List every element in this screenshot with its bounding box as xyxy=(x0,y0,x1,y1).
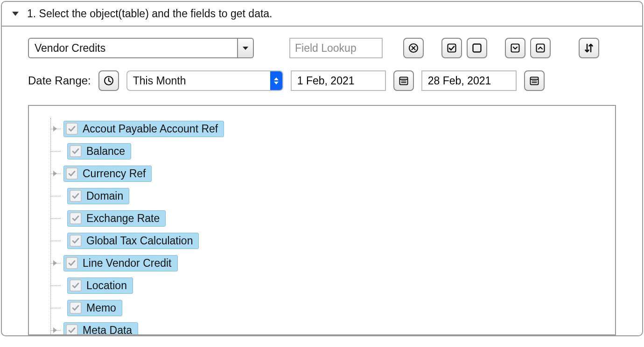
object-select-dropdown-button[interactable] xyxy=(237,38,254,58)
field-chip[interactable]: Balance xyxy=(67,143,131,160)
field-tree-inner: Accout Payable Account RefBalanceCurrenc… xyxy=(40,118,604,335)
tree-node[interactable]: Exchange Rate xyxy=(50,208,604,229)
svg-rect-3 xyxy=(511,44,519,52)
tree-node[interactable]: Domain xyxy=(50,185,604,207)
field-checkbox[interactable] xyxy=(70,190,82,202)
checkmark-icon xyxy=(71,281,80,290)
chevron-up-icon xyxy=(274,77,279,80)
checkmark-icon xyxy=(68,125,76,133)
field-label: Exchange Rate xyxy=(86,212,160,225)
checkmark-icon xyxy=(68,169,76,178)
tree-node[interactable]: Balance xyxy=(50,140,604,162)
calendar-icon xyxy=(399,76,409,86)
field-label: Line Vendor Credit xyxy=(83,257,172,270)
date-range-row: Date Range: This Month xyxy=(28,70,616,91)
tree-node[interactable]: Global Tax Calculation xyxy=(50,230,604,251)
field-checkbox[interactable] xyxy=(66,123,78,135)
sort-button[interactable] xyxy=(579,38,599,58)
field-label: Accout Payable Account Ref xyxy=(83,123,218,135)
field-checkbox[interactable] xyxy=(70,145,82,157)
date-range-label: Date Range: xyxy=(28,74,91,87)
field-chip[interactable]: Domain xyxy=(67,188,129,204)
field-chip[interactable]: Memo xyxy=(67,300,122,316)
field-checkbox[interactable] xyxy=(70,212,82,224)
field-checkbox[interactable] xyxy=(66,167,78,180)
sort-arrows-icon xyxy=(583,42,595,54)
svg-rect-2 xyxy=(473,44,481,52)
checkmark-icon xyxy=(68,326,76,334)
tree-node[interactable]: Memo xyxy=(50,297,604,319)
field-label: Balance xyxy=(86,145,125,158)
checkbox-checked-icon xyxy=(447,43,457,53)
field-chip[interactable]: Location xyxy=(67,278,133,294)
checkbox-empty-icon xyxy=(472,43,482,53)
date-start-input[interactable] xyxy=(291,70,386,91)
date-range-clock-button[interactable] xyxy=(98,70,119,91)
tree-node[interactable]: Meta Data xyxy=(50,319,604,335)
date-preset-select[interactable]: This Month xyxy=(126,70,283,91)
field-label: Memo xyxy=(86,302,116,314)
date-end-picker-button[interactable] xyxy=(524,70,545,91)
tree-node[interactable]: Currency Ref xyxy=(50,163,604,184)
field-label: Currency Ref xyxy=(83,167,146,180)
checkmark-icon xyxy=(71,192,80,200)
expand-toggle-icon[interactable] xyxy=(53,126,57,132)
circle-x-icon xyxy=(408,43,419,53)
tree-node[interactable]: Line Vendor Credit xyxy=(50,252,604,274)
expand-toggle-icon[interactable] xyxy=(53,327,57,333)
chevron-down-icon xyxy=(243,47,248,50)
field-checkbox[interactable] xyxy=(70,235,82,247)
checkmark-icon xyxy=(71,147,80,155)
date-end-input[interactable] xyxy=(421,70,517,91)
date-start-picker-button[interactable] xyxy=(393,70,414,91)
field-checkbox[interactable] xyxy=(66,324,78,335)
panel-header[interactable]: 1. Select the object(table) and the fiel… xyxy=(2,2,642,27)
chevron-down-icon xyxy=(274,82,279,84)
field-chip[interactable]: Meta Data xyxy=(63,322,138,336)
object-row: Vendor Credits xyxy=(28,38,616,58)
tree-node[interactable]: Accout Payable Account Ref xyxy=(50,118,604,139)
expand-toggle-icon[interactable] xyxy=(53,260,57,266)
expand-toggle-icon[interactable] xyxy=(53,171,57,176)
clock-icon xyxy=(104,76,114,86)
checkmark-icon xyxy=(71,236,80,245)
field-label: Location xyxy=(86,279,127,292)
svg-rect-4 xyxy=(537,44,545,52)
checkmark-icon xyxy=(71,304,80,312)
date-preset-value: This Month xyxy=(133,75,186,87)
checkmark-icon xyxy=(71,214,80,222)
checkmark-icon xyxy=(68,259,76,267)
field-tree: Accout Payable Account RefBalanceCurrenc… xyxy=(28,105,616,335)
field-chip[interactable]: Currency Ref xyxy=(63,166,152,182)
field-checkbox[interactable] xyxy=(66,257,78,269)
field-label: Global Tax Calculation xyxy=(86,235,193,247)
expand-all-button[interactable] xyxy=(505,38,525,58)
box-chevron-up-icon xyxy=(535,43,546,53)
object-select-value: Vendor Credits xyxy=(28,38,237,58)
box-chevron-down-icon xyxy=(510,43,520,53)
field-label: Domain xyxy=(86,190,123,202)
disclosure-triangle-icon[interactable] xyxy=(12,12,19,16)
step-panel: 1. Select the object(table) and the fiel… xyxy=(1,1,643,336)
check-all-button[interactable] xyxy=(441,38,462,58)
field-label: Meta Data xyxy=(83,324,132,336)
field-chip[interactable]: Line Vendor Credit xyxy=(63,255,178,271)
field-chip[interactable]: Exchange Rate xyxy=(67,210,166,227)
object-select[interactable]: Vendor Credits xyxy=(28,38,254,58)
field-lookup-input[interactable] xyxy=(289,38,383,58)
uncheck-all-button[interactable] xyxy=(467,38,487,58)
field-chip[interactable]: Global Tax Calculation xyxy=(67,233,199,249)
date-preset-stepper[interactable] xyxy=(270,71,282,90)
panel-body: Vendor Credits xyxy=(2,27,642,335)
field-chip[interactable]: Accout Payable Account Ref xyxy=(63,121,224,137)
panel-title: 1. Select the object(table) and the fiel… xyxy=(27,7,273,20)
tree-node[interactable]: Location xyxy=(50,275,604,296)
clear-lookup-button[interactable] xyxy=(403,38,424,58)
calendar-icon xyxy=(529,76,539,86)
field-checkbox[interactable] xyxy=(70,279,82,291)
collapse-all-button[interactable] xyxy=(530,38,551,58)
field-checkbox[interactable] xyxy=(70,302,82,314)
